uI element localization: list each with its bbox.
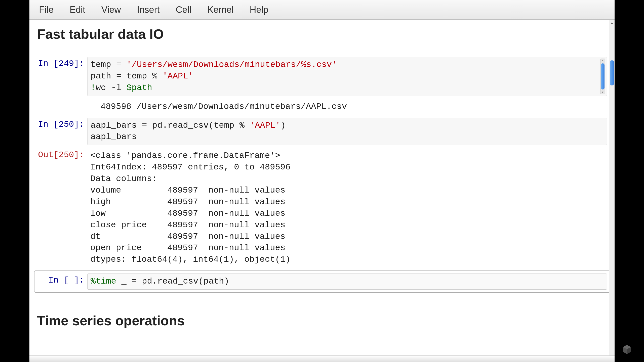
scroll-down-icon[interactable]: ▾ [602, 90, 604, 94]
code-space [157, 71, 162, 81]
output-prompt: Out[250]: [37, 148, 87, 160]
code-input-area[interactable]: %time _ = pd.read_csv(path) [87, 274, 607, 290]
output-text: 489598 /Users/wesm/Downloads/minutebars/… [87, 99, 607, 115]
input-prompt: In [249]: [37, 57, 87, 68]
main-scrollbar[interactable]: ▴ ▾ [609, 20, 615, 362]
watermark-icon [622, 344, 631, 354]
menu-kernel[interactable]: Kernel [206, 4, 236, 16]
code-text: aapl_bars = pd.read_csv(temp [91, 121, 239, 130]
code-operator: % [239, 121, 245, 130]
heading-fast-tabular: Fast tabular data IO [37, 26, 607, 42]
code-string: 'AAPL' [163, 71, 193, 81]
code-input-area[interactable]: temp = '/Users/wesm/Downloads/minutebars… [87, 57, 607, 96]
code-string: '/Users/wesm/Downloads/minutebars/%s.csv… [127, 60, 337, 69]
code-text: _ = pd.read_csv(path) [116, 277, 229, 286]
code-cell-selected[interactable]: In [ ]: %time _ = pd.read_csv(path) [34, 270, 610, 293]
menu-help[interactable]: Help [248, 4, 270, 16]
jupyter-notebook-window: File Edit View Insert Cell Kernel Help F… [29, 0, 615, 362]
scroll-thumb[interactable] [601, 63, 605, 89]
menu-bar: File Edit View Insert Cell Kernel Help [29, 0, 615, 20]
output-text: <class 'pandas.core.frame.DataFrame'> In… [87, 148, 607, 267]
menu-view[interactable]: View [99, 4, 123, 16]
output-row: Out[250]: <class 'pandas.core.frame.Data… [37, 148, 607, 267]
code-text: path = temp [91, 71, 152, 81]
code-space [245, 121, 250, 130]
cell-scrollbar[interactable]: ▴ ▾ [600, 59, 605, 94]
menu-insert[interactable]: Insert [135, 4, 162, 16]
code-text: wc -l [96, 83, 126, 93]
output-prompt-empty [37, 99, 87, 101]
code-cell: In [249]: temp = '/Users/wesm/Downloads/… [37, 57, 607, 96]
scroll-up-icon[interactable]: ▴ [602, 59, 604, 62]
scroll-up-icon[interactable]: ▴ [609, 20, 615, 25]
scroll-track[interactable] [609, 25, 615, 357]
code-bang: ! [91, 83, 96, 93]
code-cell: In [250]: aapl_bars = pd.read_csv(temp %… [37, 118, 607, 145]
scroll-thumb[interactable] [610, 60, 614, 85]
code-text: aapl_bars [91, 132, 137, 142]
code-magic: %time [91, 277, 116, 286]
code-text: temp = [91, 60, 127, 69]
code-shell-var: $path [127, 83, 152, 93]
heading-time-series: Time series operations [37, 313, 607, 328]
notebook-content: Fast tabular data IO In [249]: temp = '/… [29, 20, 615, 343]
code-operator: % [152, 71, 157, 81]
code-text: ) [280, 121, 286, 130]
code-input-area[interactable]: aapl_bars = pd.read_csv(temp % 'AAPL') a… [87, 118, 607, 145]
output-row: 489598 /Users/wesm/Downloads/minutebars/… [37, 99, 607, 115]
notebook-container[interactable]: Fast tabular data IO In [249]: temp = '/… [29, 20, 615, 362]
code-string: 'AAPL' [250, 121, 280, 130]
menu-cell[interactable]: Cell [174, 4, 193, 16]
menu-file[interactable]: File [37, 4, 56, 16]
input-prompt: In [ ]: [37, 274, 87, 285]
menu-edit[interactable]: Edit [68, 4, 87, 16]
input-prompt: In [250]: [37, 118, 87, 129]
app-footer-strip [29, 355, 615, 362]
